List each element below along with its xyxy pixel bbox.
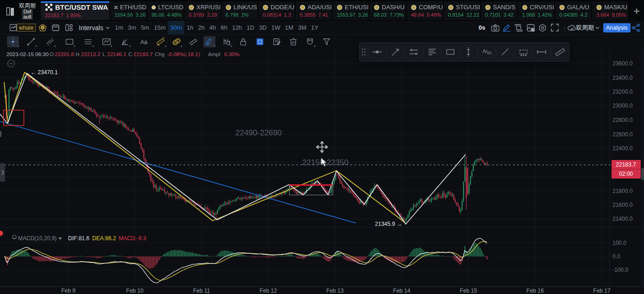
svg-text:-100.0: -100.0 (612, 267, 628, 273)
svg-text:21600.0: 21600.0 (612, 202, 633, 208)
svg-text:DIF:81.6: DIF:81.6 (68, 235, 89, 242)
svg-text:21400.0: 21400.0 (612, 216, 633, 222)
svg-text:100.0: 100.0 (612, 240, 626, 246)
svg-text:23400.0: 23400.0 (612, 75, 633, 81)
svg-text:MACD(10,20,9): MACD(10,20,9) (18, 235, 57, 242)
svg-text:0.0: 0.0 (612, 253, 620, 260)
svg-text:22183.7: 22183.7 (616, 161, 636, 168)
svg-text:← 23470.1: ← 23470.1 (31, 69, 58, 76)
svg-text:22400.0: 22400.0 (612, 145, 633, 152)
svg-text:21345.9 →: 21345.9 → (375, 221, 402, 227)
svg-text:23000.0: 23000.0 (612, 102, 633, 109)
svg-text:Feb 11: Feb 11 (193, 288, 210, 294)
svg-text:02:00: 02:00 (619, 171, 633, 177)
svg-text:21800.0: 21800.0 (612, 188, 633, 194)
svg-text:23200.0: 23200.0 (612, 89, 633, 95)
svg-text:Feb 15: Feb 15 (460, 288, 477, 294)
svg-text:Aa: Aa (140, 38, 148, 45)
svg-text:Feb 10: Feb 10 (126, 288, 144, 294)
svg-text:Feb 9: Feb 9 (61, 288, 76, 294)
svg-text:22490-22690: 22490-22690 (235, 128, 282, 137)
svg-text:Feb 13: Feb 13 (326, 288, 344, 294)
svg-text:60: 60 (487, 51, 492, 55)
svg-text:Feb 17: Feb 17 (593, 288, 611, 294)
svg-text:Feb 14: Feb 14 (393, 288, 410, 294)
svg-text:DEA:86.2: DEA:86.2 (92, 235, 116, 242)
svg-text:22800.0: 22800.0 (612, 117, 633, 123)
svg-text:MACD:-9.3: MACD:-9.3 (119, 235, 146, 242)
svg-text:23600.0: 23600.0 (612, 60, 633, 67)
svg-text:22600.0: 22600.0 (612, 131, 633, 138)
svg-text:Feb 16: Feb 16 (526, 288, 544, 294)
svg-text:Feb 12: Feb 12 (259, 288, 277, 294)
